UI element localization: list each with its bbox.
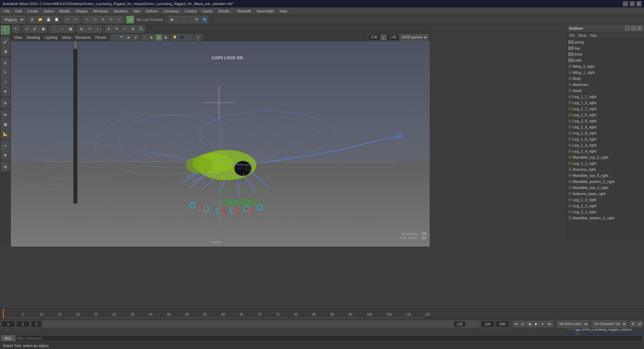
restore-button[interactable]: □: [630, 1, 635, 6]
gamma-value1[interactable]: 0.00: [368, 34, 380, 40]
outliner-item-body[interactable]: Body: [567, 75, 644, 82]
outliner-minimize-btn[interactable]: ─: [625, 26, 630, 31]
rotate-manip[interactable]: ↻: [1, 68, 10, 77]
vp-menu-lighting[interactable]: Lighting: [42, 35, 60, 40]
vertex-mode-btn[interactable]: ⬩: [50, 25, 58, 33]
menu-modify[interactable]: Modify: [57, 8, 73, 14]
menu-skin[interactable]: Skin: [131, 8, 143, 14]
vp-smooth-textured-btn[interactable]: ◼: [163, 34, 169, 41]
outliner-item-top[interactable]: top: [567, 45, 644, 51]
menu-3dsall[interactable]: 3DsAll...: [215, 8, 235, 14]
measure-tool[interactable]: 📐: [1, 129, 10, 138]
outliner-item-leg14r[interactable]: Leg_1_4_right: [567, 142, 644, 148]
play-fwd-btn[interactable]: ▶: [533, 321, 539, 327]
paint-select-tool[interactable]: 🖌: [31, 25, 39, 33]
vp-isolate-btn[interactable]: ◉: [125, 34, 132, 41]
face-mode-btn[interactable]: ▦: [67, 25, 74, 33]
extra-tool-btn[interactable]: ⊞: [1, 162, 10, 171]
outliner-item-mandibletop4r[interactable]: Mandible_top_4_right: [567, 185, 644, 191]
render-region-button[interactable]: ⬛: [177, 16, 184, 23]
sound-btn[interactable]: 🔊: [637, 321, 643, 327]
outliner-item-mandiblebottom2r[interactable]: Mandible_bottom_2_right: [567, 179, 644, 185]
transform-rotate[interactable]: ↻: [113, 25, 120, 33]
vp-menu-shading[interactable]: Shading: [25, 35, 42, 40]
vp-select-camera-btn[interactable]: 📷: [118, 34, 125, 41]
menu-control[interactable]: Control: [182, 8, 199, 14]
vp-lights-btn[interactable]: 💡: [172, 34, 178, 41]
undo-button[interactable]: ↩: [64, 16, 71, 23]
outliner-restore-btn[interactable]: □: [631, 26, 636, 31]
live-surface-button[interactable]: ◎: [127, 16, 134, 23]
vp-xray-btn[interactable]: ⊛: [195, 34, 202, 41]
outliner-item-mandiblebottom2r2[interactable]: Mandible_bottom_2_right: [567, 215, 644, 221]
snap-to-grid[interactable]: ⊞: [78, 25, 85, 33]
range-start-field[interactable]: [16, 321, 30, 327]
outliner-item-leg12r[interactable]: Leg_1_2_right: [567, 197, 644, 203]
paint-tool[interactable]: 🖌: [1, 37, 10, 46]
outliner-item-leg25r[interactable]: Leg_2_5_right: [567, 112, 644, 118]
anim-layer-select[interactable]: No Anim Layer: [557, 321, 589, 327]
gamma-value2[interactable]: 1.00: [387, 34, 399, 40]
select-contiguous-tool[interactable]: ▣: [39, 25, 47, 33]
outliner-item-leg16r[interactable]: Leg_1_6_right: [567, 136, 644, 142]
vp-wireframe-btn[interactable]: □: [141, 34, 148, 41]
outliner-menu-file[interactable]: File: [568, 34, 576, 37]
hypershade-button[interactable]: 🔷: [201, 16, 208, 23]
vp-camera-btn[interactable]: 🎥: [111, 34, 118, 41]
menu-redshift[interactable]: Redshift: [235, 8, 253, 14]
color-space-select[interactable]: sRGB gamma: [400, 34, 428, 41]
menu-file[interactable]: File: [1, 8, 13, 14]
scale-tool-button[interactable]: ⤢: [115, 16, 123, 23]
display-layer-btn[interactable]: ≡: [1, 141, 10, 150]
mel-input[interactable]: [15, 335, 643, 341]
current-frame-field[interactable]: [1, 321, 15, 327]
anim-layer-btn[interactable]: ≣: [1, 151, 10, 159]
max-end-field[interactable]: [496, 321, 509, 327]
edge-mode-btn[interactable]: ─: [59, 25, 66, 33]
preferences-btn[interactable]: ⚙: [630, 321, 636, 327]
outliner-item-persp[interactable]: persp: [567, 39, 644, 45]
rotate-tool-button[interactable]: ↻: [107, 16, 115, 23]
move-manip[interactable]: ✛: [1, 59, 10, 67]
vp-menu-panels[interactable]: Panels: [93, 35, 109, 40]
step-back-btn[interactable]: ⏴: [520, 321, 526, 327]
minimize-button[interactable]: ─: [623, 1, 628, 6]
render-button[interactable]: ▶: [169, 16, 176, 23]
outliner-item-leg18r[interactable]: Leg_1_8_right: [567, 130, 644, 136]
save-scene-button[interactable]: 💾: [45, 16, 52, 23]
show-hide-tool[interactable]: 👁: [1, 110, 10, 119]
range-bar[interactable]: [43, 321, 479, 327]
play-back-btn[interactable]: ◀: [527, 321, 533, 327]
select-lasso-button[interactable]: ⬡: [91, 16, 99, 23]
outliner-item-mandibletop5r[interactable]: Mandible_top_5_right: [567, 172, 644, 179]
outliner-item-side[interactable]: side: [567, 57, 644, 63]
outliner-list[interactable]: persp top front side Wing_2_right Wing_1…: [567, 39, 644, 240]
outliner-menu-show[interactable]: Show: [577, 34, 587, 37]
menu-openflight[interactable]: OpenFlight: [253, 8, 277, 14]
anim-end-field[interactable]: [481, 321, 494, 327]
outliner-item-leg24r[interactable]: Leg_2_4_right: [567, 148, 644, 154]
outliner-item-leg26r[interactable]: Leg_2_6_right: [567, 124, 644, 130]
timeline[interactable]: 5 10 15 20 25 30 35 40 45 50 55 60 65 70…: [0, 309, 644, 319]
select-tool-button[interactable]: ↖: [83, 16, 91, 23]
transform-move[interactable]: ✛: [105, 25, 112, 33]
outliner-item-leg21r[interactable]: Leg_2_1_right: [567, 160, 644, 166]
character-set-select[interactable]: No Character Set: [592, 321, 627, 327]
open-scene-button[interactable]: 📂: [37, 16, 44, 23]
outliner-item-front[interactable]: front: [567, 51, 644, 57]
select-tool[interactable]: ↖: [1, 26, 10, 34]
vp-smooth-btn[interactable]: ▣: [148, 34, 155, 41]
outliner-item-leg28r[interactable]: Leg_2_8_right: [567, 118, 644, 124]
close-button[interactable]: ✕: [637, 1, 641, 6]
vp-grid-btn[interactable]: ⊞: [132, 34, 139, 41]
transform-scale[interactable]: ⤢: [121, 25, 129, 33]
vp-menu-show[interactable]: Show: [60, 35, 73, 40]
outliner-item-wing2right[interactable]: Wing_2_right: [567, 63, 644, 69]
menu-edit[interactable]: Edit: [13, 8, 25, 14]
mel-tab[interactable]: MEL: [1, 335, 15, 341]
range-end-field[interactable]: [454, 321, 466, 327]
menu-deform[interactable]: Deform: [143, 8, 161, 14]
mode-dropdown[interactable]: Rigging: [1, 16, 25, 23]
scale-manip[interactable]: ⤢: [1, 77, 10, 86]
transform-universal[interactable]: ⊕: [129, 25, 137, 33]
